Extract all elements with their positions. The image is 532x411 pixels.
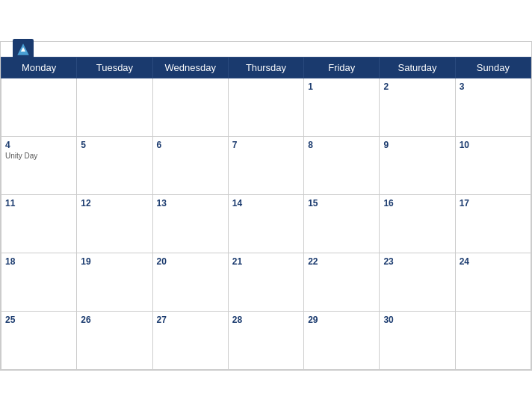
date-number: 10 bbox=[460, 140, 527, 150]
calendar-cell: 17 bbox=[455, 194, 531, 253]
date-number: 25 bbox=[5, 315, 72, 325]
date-number: 20 bbox=[157, 256, 224, 267]
calendar-cell: 18 bbox=[1, 253, 77, 311]
date-number: 22 bbox=[308, 256, 375, 267]
calendar-cell: 4Unity Day bbox=[1, 136, 77, 194]
calendar-cell: 16 bbox=[380, 194, 455, 253]
date-number: 27 bbox=[157, 315, 224, 325]
date-number: 5 bbox=[81, 140, 148, 150]
calendar-cell: 7 bbox=[228, 136, 303, 194]
generalblue-logo-icon bbox=[13, 39, 34, 60]
calendar-cell: 8 bbox=[304, 136, 380, 194]
date-number: 30 bbox=[383, 315, 451, 325]
calendar-cell: 28 bbox=[228, 311, 303, 369]
date-number: 3 bbox=[460, 81, 527, 92]
logo-area bbox=[13, 39, 37, 60]
calendar-cell: 15 bbox=[304, 194, 380, 253]
date-number: 24 bbox=[460, 256, 527, 267]
calendar-container: MondayTuesdayWednesdayThursdayFridaySatu… bbox=[0, 41, 532, 371]
date-number: 9 bbox=[383, 140, 451, 150]
calendar-cell bbox=[228, 78, 303, 136]
date-number: 16 bbox=[383, 198, 451, 208]
week-row-3: 11121314151617 bbox=[1, 194, 531, 253]
date-number: 18 bbox=[5, 256, 72, 267]
date-number: 28 bbox=[232, 315, 300, 325]
calendar-cell: 29 bbox=[304, 311, 380, 369]
calendar-cell: 1 bbox=[304, 78, 380, 136]
date-number: 21 bbox=[232, 256, 300, 267]
calendar-cell: 12 bbox=[77, 194, 152, 253]
calendar-cell: 13 bbox=[152, 194, 228, 253]
calendar-cell bbox=[1, 78, 77, 136]
calendar-cell: 2 bbox=[380, 78, 455, 136]
weekday-header-saturday: Saturday bbox=[380, 57, 455, 78]
date-number: 4 bbox=[5, 140, 72, 150]
date-number: 2 bbox=[383, 81, 451, 92]
week-row-2: 4Unity Day5678910 bbox=[1, 136, 531, 194]
calendar-cell: 26 bbox=[77, 311, 152, 369]
calendar-cell: 27 bbox=[152, 311, 228, 369]
date-number: 15 bbox=[308, 198, 375, 208]
date-number: 29 bbox=[308, 315, 375, 325]
date-number: 11 bbox=[5, 198, 72, 208]
date-number: 17 bbox=[460, 198, 527, 208]
week-row-4: 18192021222324 bbox=[1, 253, 531, 311]
date-number: 6 bbox=[157, 140, 224, 150]
calendar-cell: 6 bbox=[152, 136, 228, 194]
weekday-header-monday: Monday bbox=[1, 57, 77, 78]
weekday-header-friday: Friday bbox=[304, 57, 380, 78]
calendar-cell bbox=[77, 78, 152, 136]
calendar-cell: 14 bbox=[228, 194, 303, 253]
weekday-header-wednesday: Wednesday bbox=[152, 57, 228, 78]
calendar-cell: 22 bbox=[304, 253, 380, 311]
calendar-cell: 3 bbox=[455, 78, 531, 136]
weekday-header-sunday: Sunday bbox=[455, 57, 531, 78]
date-number: 26 bbox=[81, 315, 148, 325]
calendar-cell: 19 bbox=[77, 253, 152, 311]
calendar-cell bbox=[152, 78, 228, 136]
date-number: 8 bbox=[308, 140, 375, 150]
calendar-cell: 9 bbox=[380, 136, 455, 194]
week-row-1: 123 bbox=[1, 78, 531, 136]
holiday-label: Unity Day bbox=[5, 152, 72, 160]
date-number: 12 bbox=[81, 198, 148, 208]
calendar-cell: 21 bbox=[228, 253, 303, 311]
date-number: 7 bbox=[232, 140, 300, 150]
calendar-cell: 24 bbox=[455, 253, 531, 311]
calendar-grid: MondayTuesdayWednesdayThursdayFridaySatu… bbox=[1, 57, 531, 370]
calendar-cell: 23 bbox=[380, 253, 455, 311]
date-number: 23 bbox=[383, 256, 451, 267]
date-number: 1 bbox=[308, 81, 375, 92]
weekday-header-row: MondayTuesdayWednesdayThursdayFridaySatu… bbox=[1, 57, 531, 78]
calendar-cell: 20 bbox=[152, 253, 228, 311]
week-row-5: 252627282930 bbox=[1, 311, 531, 369]
weekday-header-thursday: Thursday bbox=[228, 57, 303, 78]
date-number: 19 bbox=[81, 256, 148, 267]
calendar-cell: 5 bbox=[77, 136, 152, 194]
date-number: 13 bbox=[157, 198, 224, 208]
weekday-header-tuesday: Tuesday bbox=[77, 57, 152, 78]
calendar-header bbox=[1, 42, 531, 57]
calendar-cell bbox=[455, 311, 531, 369]
calendar-cell: 25 bbox=[1, 311, 77, 369]
calendar-cell: 11 bbox=[1, 194, 77, 253]
calendar-cell: 10 bbox=[455, 136, 531, 194]
calendar-cell: 30 bbox=[380, 311, 455, 369]
date-number: 14 bbox=[232, 198, 300, 208]
